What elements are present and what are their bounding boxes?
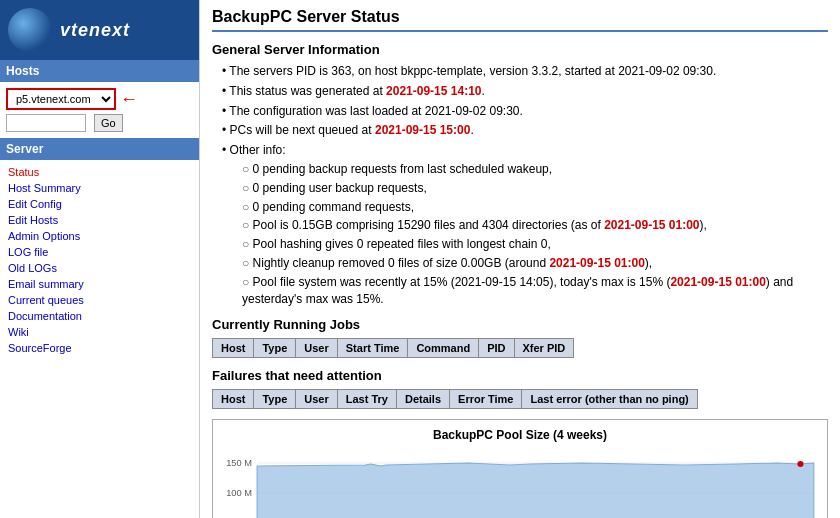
fail-col-user: User — [296, 390, 337, 409]
info-item-3: The configuration was last loaded at 202… — [222, 103, 828, 120]
info-item-4: PCs will be next queued at 2021-09-15 15… — [222, 122, 828, 139]
chart1-container: BackupPC Pool Size (4 weeks) 150 M 100 M… — [212, 419, 828, 518]
host-search-input[interactable] — [6, 114, 86, 132]
svg-marker-8 — [257, 463, 814, 518]
edit-hosts-link[interactable]: Edit Hosts — [0, 212, 199, 228]
server-section: Status Host Summary Edit Config Edit Hos… — [0, 160, 199, 360]
svg-text:150 M: 150 M — [226, 458, 252, 468]
col-user: User — [296, 339, 337, 358]
info-item-2: This status was generated at 2021-09-15 … — [222, 83, 828, 100]
admin-options-link[interactable]: Admin Options — [0, 228, 199, 244]
chart1-title: BackupPC Pool Size (4 weeks) — [221, 428, 819, 442]
running-jobs-header: Currently Running Jobs — [212, 317, 828, 332]
fail-col-details: Details — [396, 390, 449, 409]
old-logs-link[interactable]: Old LOGs — [0, 260, 199, 276]
host-summary-link[interactable]: Host Summary — [0, 180, 199, 196]
documentation-link[interactable]: Documentation — [0, 308, 199, 324]
col-pid: PID — [479, 339, 514, 358]
log-file-link[interactable]: LOG file — [0, 244, 199, 260]
fail-col-error-time: Error Time — [450, 390, 522, 409]
page-title: BackupPC Server Status — [212, 8, 828, 32]
sub-item-6: Nightly cleanup removed 0 files of size … — [242, 255, 828, 272]
sub-item-5: Pool hashing gives 0 repeated files with… — [242, 236, 828, 253]
general-info-list: The servers PID is 363, on host bkppc-te… — [212, 63, 828, 307]
svg-point-13 — [797, 461, 803, 467]
running-jobs-table: Host Type User Start Time Command PID Xf… — [212, 338, 574, 358]
fail-col-type: Type — [254, 390, 296, 409]
failures-header: Failures that need attention — [212, 368, 828, 383]
logo-area: vtenext — [0, 0, 199, 60]
svg-text:100 M: 100 M — [226, 488, 252, 498]
wiki-link[interactable]: Wiki — [0, 324, 199, 340]
server-header: Server — [0, 138, 199, 160]
running-jobs-table-container: Host Type User Start Time Command PID Xf… — [212, 338, 828, 358]
host-select[interactable]: p5.vtenext.com — [6, 88, 116, 110]
sub-item-4: Pool is 0.15GB comprising 15290 files an… — [242, 217, 828, 234]
fail-col-host: Host — [213, 390, 254, 409]
host-area: p5.vtenext.com ← Go — [0, 82, 199, 138]
email-summary-link[interactable]: Email summary — [0, 276, 199, 292]
chart1-area: 150 M 100 M 50 M 0 Week 34 Week 35 Week … — [221, 448, 819, 518]
failures-table-container: Host Type User Last Try Details Error Ti… — [212, 389, 828, 409]
logo-icon — [8, 8, 52, 52]
info-item-1: The servers PID is 363, on host bkppc-te… — [222, 63, 828, 80]
failures-table: Host Type User Last Try Details Error Ti… — [212, 389, 698, 409]
sub-info-list: 0 pending backup requests from last sche… — [222, 161, 828, 307]
col-type: Type — [254, 339, 296, 358]
info-item-5: Other info: 0 pending backup requests fr… — [222, 142, 828, 307]
col-host: Host — [213, 339, 254, 358]
sourceforge-link[interactable]: SourceForge — [0, 340, 199, 356]
main-content: BackupPC Server Status General Server In… — [200, 0, 840, 518]
col-start-time: Start Time — [337, 339, 408, 358]
sub-item-7: Pool file system was recently at 15% (20… — [242, 274, 828, 308]
sub-item-2: 0 pending user backup requests, — [242, 180, 828, 197]
fail-col-last-error: Last error (other than no ping) — [522, 390, 697, 409]
sub-item-3: 0 pending command requests, — [242, 199, 828, 216]
sub-item-1: 0 pending backup requests from last sche… — [242, 161, 828, 178]
col-xfer-pid: Xfer PID — [514, 339, 574, 358]
status-link[interactable]: Status — [0, 164, 199, 180]
red-arrow-icon: ← — [120, 89, 138, 110]
logo-text: vtenext — [60, 20, 130, 41]
fail-col-last-try: Last Try — [337, 390, 396, 409]
hosts-header: Hosts — [0, 60, 199, 82]
go-button[interactable]: Go — [94, 114, 123, 132]
chart1-svg: 150 M 100 M 50 M 0 Week 34 Week 35 Week … — [221, 448, 819, 518]
current-queues-link[interactable]: Current queues — [0, 292, 199, 308]
general-info-header: General Server Information — [212, 42, 828, 57]
col-command: Command — [408, 339, 479, 358]
edit-config-link[interactable]: Edit Config — [0, 196, 199, 212]
